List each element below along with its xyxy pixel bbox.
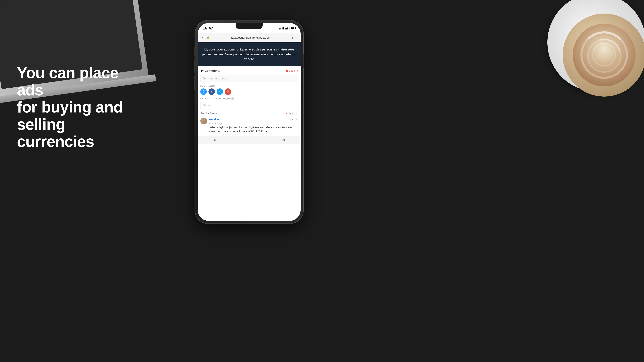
comment-meta: Mehdi B − ⚑ [209,118,298,121]
signal-bar-7 [288,27,288,29]
bottom-navigation: ≡ □ ◁ [198,136,301,144]
share-comment-icon[interactable]: ⬆ [296,112,298,115]
help-icon[interactable]: ? [231,97,234,100]
phone-outer-shell: 16:47 [195,20,303,224]
login-dot-icon [286,70,288,72]
comments-header: 44 Comments Login ▾ [200,69,298,73]
sort-chevron-icon: ▾ [216,112,217,115]
battery-icon [291,27,296,29]
phone-mockup: 16:47 [195,20,303,224]
signal-bars-2 [285,27,290,29]
nav-menu-icon[interactable]: ≡ [214,138,216,142]
volume-down-button [194,76,195,90]
comment-body: Mehdi B − ⚑ 4 months ago Salem alleykoum… [209,118,298,133]
signal-bar-8 [288,27,290,29]
comment-actions: − ⚑ [290,118,298,121]
sort-bar: Sort by Best ▾ ♥ 27 ⬆ [200,112,298,115]
volume-up-button [194,59,195,73]
signal-bars [279,27,284,29]
coffee-cup-decoration [539,0,644,98]
name-input-field[interactable]: Name [200,102,298,109]
browser-menu-icon[interactable]: ⋮ [295,36,298,40]
headline: You can place ads for buying and selling… [17,64,136,150]
power-button [303,54,304,68]
signal-bar-6 [286,28,287,29]
nav-back-icon[interactable]: ◁ [282,138,284,142]
log-in-with-label: LOG IN WITH [200,84,298,87]
headline-line3: selling currencies [17,116,136,150]
like-count[interactable]: ♥ 27 [286,112,294,115]
signal-bar-3 [282,27,282,29]
like-count-badge: 27 [288,112,294,115]
or-signup-label: OR SIGN UP WITH DISQUS ? [200,97,298,100]
comment-flag-icon[interactable]: ⚑ [296,118,298,121]
comment-item: Mehdi B − ⚑ 4 months ago Salem alleykoum… [200,118,298,133]
phone-notch [236,23,263,29]
coffee-cup [563,13,644,96]
comment-collapse-button[interactable]: − [290,118,294,121]
sort-by-label: Sort by Best [200,112,215,115]
facebook-login-button[interactable]: f [208,88,215,95]
browser-url[interactable]: tauxdechangealgerie.web.app [212,36,289,39]
browser-close-button[interactable]: ✕ [200,35,205,40]
browser-bar: ✕ 🔒 tauxdechangealgerie.web.app ⬆ ⋮ [198,33,301,42]
app-content-area: Ici, vous pouvez communiquer avec des pe… [198,42,301,66]
google-login-button[interactable]: G [225,88,231,95]
disqus-login-button[interactable]: D [200,88,207,95]
comment-avatar [200,118,207,124]
comment-time: 4 months ago [209,122,298,124]
name-placeholder: Name [203,104,210,107]
latte-art [573,24,636,86]
comment-input-placeholder: Join the discussion... [203,77,230,80]
signal-bar-4 [283,27,284,29]
status-icons [279,27,296,29]
battery-fill [291,27,294,29]
comment-text: Salem alleykoum j'ai des dinars en Algér… [209,125,298,133]
headline-line2: for buying and [17,99,136,116]
lock-icon: 🔒 [206,36,210,39]
sort-by-dropdown[interactable]: Sort by Best ▾ [200,112,217,115]
comment-author: Mehdi B [209,118,219,121]
battery-tip [296,28,296,29]
login-chevron: ▾ [296,69,298,72]
social-login-buttons: D f t G [200,88,298,95]
comments-section: 44 Comments Login ▾ Join the discussion.… [198,66,301,136]
coffee-saucer [548,0,644,91]
signal-bar-1 [279,28,280,29]
headline-line1: You can place ads [17,64,136,99]
mute-button [194,47,195,56]
share-icon[interactable]: ⬆ [291,36,294,40]
login-button[interactable]: Login ▾ [286,69,298,72]
avatar-image [200,118,207,124]
comment-input-field[interactable]: Join the discussion... [200,75,298,82]
comments-count: 44 Comments [200,69,220,73]
heart-icon: ♥ [286,112,288,115]
login-label: Login [289,69,296,72]
signal-bar-5 [285,28,286,29]
status-time: 16:47 [203,26,213,30]
signal-bar-2 [280,28,281,29]
sort-actions: ♥ 27 ⬆ [286,112,298,115]
or-signup-text: OR SIGN UP WITH DISQUS [200,97,230,100]
app-description-text: Ici, vous pouvez communiquer avec des pe… [202,48,296,61]
phone-screen: 16:47 [198,23,301,221]
nav-home-icon[interactable]: □ [248,138,250,142]
twitter-login-button[interactable]: t [216,88,223,95]
